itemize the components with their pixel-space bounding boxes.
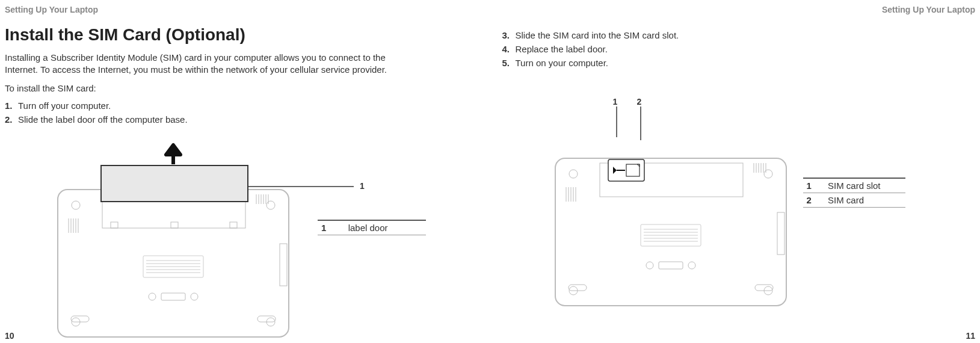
step-number: 3.	[502, 30, 516, 40]
svg-rect-26	[161, 293, 185, 300]
svg-point-24	[149, 293, 156, 300]
svg-rect-61	[777, 212, 784, 255]
diagram-left: 1 1 label door	[5, 135, 478, 340]
legend-num: 1	[803, 178, 824, 193]
callout-number-2: 2	[637, 97, 642, 107]
step-text: Slide the label door off the computer ba…	[18, 114, 478, 125]
legend-right: 1 SIM card slot 2 SIM card	[803, 178, 905, 208]
legend-row: 2 SIM card	[803, 193, 905, 208]
callout-number-1: 1	[360, 181, 365, 191]
step-number: 5.	[502, 58, 516, 68]
svg-rect-60	[659, 262, 683, 269]
page-left: Setting Up Your Laptop Install the SIM C…	[0, 0, 490, 343]
svg-rect-31	[230, 222, 237, 228]
svg-rect-27	[280, 244, 287, 286]
step-1: 1. Turn off your computer.	[5, 100, 478, 111]
step-4: 4. Replace the label door.	[502, 44, 976, 54]
page-right: Setting Up Your Laptop 3. Slide the SIM …	[490, 0, 981, 343]
callout-line-1	[53, 135, 366, 214]
page-header-right: Setting Up Your Laptop	[502, 5, 976, 14]
step-text: Replace the label door.	[516, 44, 976, 54]
svg-point-58	[646, 262, 653, 269]
page-number-left: 10	[5, 331, 14, 341]
page-header-left: Setting Up Your Laptop	[5, 5, 478, 14]
step-number: 2.	[5, 114, 18, 125]
svg-point-25	[191, 293, 198, 300]
lead-text: To install the SIM card:	[5, 82, 390, 94]
step-number: 4.	[502, 44, 516, 54]
legend-num: 2	[803, 193, 824, 208]
callout-number-1: 1	[613, 97, 618, 107]
laptop-bottom-illustration-sim	[550, 128, 791, 309]
step-text: Turn off your computer.	[18, 100, 478, 111]
svg-rect-30	[171, 222, 178, 228]
legend-label: label door	[345, 220, 426, 235]
diagram-right: 1 2 1 SIM card slot 2 SIM card	[502, 104, 976, 309]
legend-row: 1 label door	[318, 220, 426, 235]
svg-point-35	[569, 170, 578, 178]
steps-left: 1. Turn off your computer. 2. Slide the …	[5, 100, 478, 125]
legend-label: SIM card slot	[824, 178, 905, 193]
legend-num: 1	[318, 220, 345, 235]
legend-label: SIM card	[824, 193, 905, 208]
section-title: Install the SIM Card (Optional)	[5, 25, 478, 45]
legend-row: 1 SIM card slot	[803, 178, 905, 193]
page-number-right: 11	[966, 331, 975, 341]
callout-lines-right	[550, 104, 671, 140]
svg-point-59	[688, 262, 695, 269]
step-text: Turn on your computer.	[516, 58, 976, 68]
step-2: 2. Slide the label door off the computer…	[5, 114, 478, 125]
svg-rect-29	[111, 222, 118, 228]
intro-text: Installing a Subscriber Identity Module …	[5, 52, 390, 76]
step-3: 3. Slide the SIM card into the SIM card …	[502, 30, 976, 40]
steps-right: 3. Slide the SIM card into the SIM card …	[502, 30, 976, 68]
svg-point-36	[764, 170, 772, 178]
legend-left: 1 label door	[318, 220, 426, 235]
step-number: 1.	[5, 100, 18, 111]
step-5: 5. Turn on your computer.	[502, 58, 976, 68]
step-text: Slide the SIM card into the SIM card slo…	[516, 30, 976, 40]
